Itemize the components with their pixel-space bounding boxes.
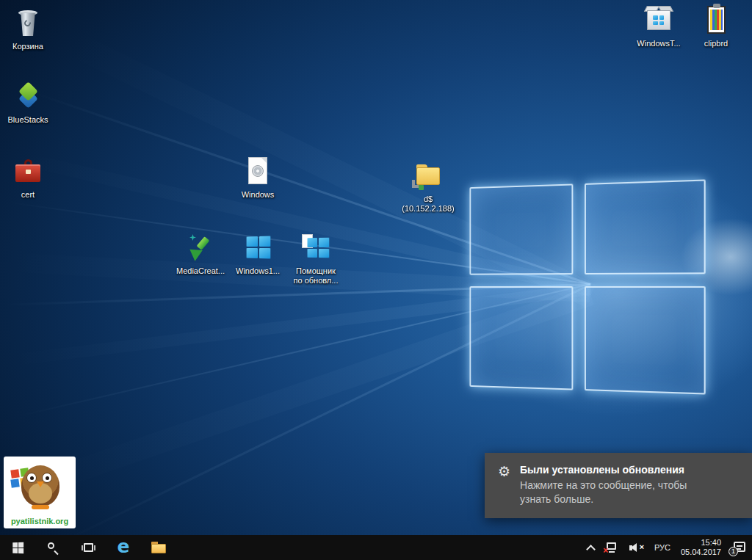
volume-button[interactable] xyxy=(623,535,649,560)
desktop: Корзина BlueStacks cert Windows d$ (10.1… xyxy=(0,0,752,560)
windows-logo-wallpaper xyxy=(469,179,705,394)
desktop-icon-sublabel: (10.152.2.188) xyxy=(397,204,460,214)
desktop-icon-d-share[interactable]: d$ (10.152.2.188) xyxy=(397,159,460,214)
volume-muted-icon xyxy=(629,542,644,553)
desktop-icon-label: Корзина xyxy=(0,42,59,51)
desktop-icon-media-creation[interactable]: MediaCreat... xyxy=(169,230,232,276)
network-status-button[interactable] xyxy=(599,535,623,560)
language-indicator[interactable]: РУС xyxy=(649,535,676,560)
gear-icon: ⚙ xyxy=(498,464,510,518)
installer-box-icon xyxy=(640,3,677,37)
search-icon xyxy=(47,542,59,554)
chevron-up-icon xyxy=(586,545,596,554)
clock-time: 15:40 xyxy=(681,538,721,548)
desktop-icon-upgrade-assistant[interactable]: Помощник по обновл... xyxy=(284,230,347,286)
windows-logo-page-icon xyxy=(297,230,334,264)
desktop-icon-windows-file[interactable]: Windows xyxy=(226,154,289,200)
desktop-icon-label: d$ xyxy=(397,194,460,204)
desktop-icon-label: MediaCreat... xyxy=(169,266,232,276)
clipboard-icon xyxy=(698,3,734,37)
notification-toast[interactable]: ⚙ Были установлены обновления Нажмите на… xyxy=(485,453,752,518)
notification-count-badge: 1 xyxy=(728,547,738,556)
green-arrow-icon xyxy=(182,230,219,264)
document-disc-icon xyxy=(239,154,276,188)
tray-clock[interactable]: 15:40 05.04.2017 xyxy=(676,535,726,560)
desktop-icon-label: Помощник xyxy=(284,266,347,276)
desktop-icon-windows10-setup[interactable]: Windows1... xyxy=(226,230,289,276)
windows-start-icon xyxy=(12,542,24,553)
clock-date: 05.04.2017 xyxy=(681,548,721,557)
windows-logo-icon xyxy=(239,230,276,264)
task-view-icon xyxy=(82,542,95,553)
taskbar: e РУС 15:40 05.04.2017 xyxy=(0,535,752,560)
desktop-icon-label: WindowsT... xyxy=(627,39,690,48)
desktop-icon-cert[interactable]: cert xyxy=(0,154,59,200)
desktop-icon-label: clipbrd xyxy=(684,39,748,48)
recycle-bin-icon xyxy=(10,6,46,40)
desktop-icon-clipbrd[interactable]: clipbrd xyxy=(684,3,748,48)
desktop-icon-label: cert xyxy=(0,190,59,200)
desktop-icon-bluestacks[interactable]: BlueStacks xyxy=(0,79,59,125)
file-explorer-icon xyxy=(151,542,167,553)
desktop-icon-sublabel: по обновл... xyxy=(284,276,347,286)
toast-body: Нажмите на это сообщение, чтобы узнать б… xyxy=(520,479,709,506)
start-button[interactable] xyxy=(0,535,35,560)
watermark-logo: pyatilistnik.org xyxy=(4,457,76,528)
task-view-button[interactable] xyxy=(70,535,106,560)
system-tray: РУС 15:40 05.04.2017 1 xyxy=(582,535,752,560)
toast-title: Были установлены обновления xyxy=(520,464,709,476)
desktop-icon-label: Windows1... xyxy=(226,266,289,276)
toolbox-icon xyxy=(10,154,46,188)
desktop-icon-windows-tool[interactable]: WindowsT... xyxy=(627,3,690,48)
desktop-icon-label: BlueStacks xyxy=(0,115,59,125)
desktop-icon-label: Windows xyxy=(226,190,289,200)
watermark-text: pyatilistnik.org xyxy=(4,517,76,526)
bluestacks-icon xyxy=(10,79,46,113)
language-label: РУС xyxy=(654,543,670,552)
desktop-icon-recycle-bin[interactable]: Корзина xyxy=(0,6,59,51)
shared-folder-icon xyxy=(410,159,446,192)
search-button[interactable] xyxy=(35,535,70,560)
file-explorer-button[interactable] xyxy=(141,535,176,560)
toast-text: Были установлены обновления Нажмите на э… xyxy=(520,464,709,518)
edge-icon: e xyxy=(118,537,130,556)
action-center-button[interactable]: 1 xyxy=(726,535,752,560)
network-disconnected-icon xyxy=(604,542,618,553)
tray-overflow-button[interactable] xyxy=(582,535,599,560)
action-center-icon: 1 xyxy=(731,541,747,554)
clock-text: 15:40 05.04.2017 xyxy=(681,538,721,557)
edge-button[interactable]: e xyxy=(106,535,141,560)
